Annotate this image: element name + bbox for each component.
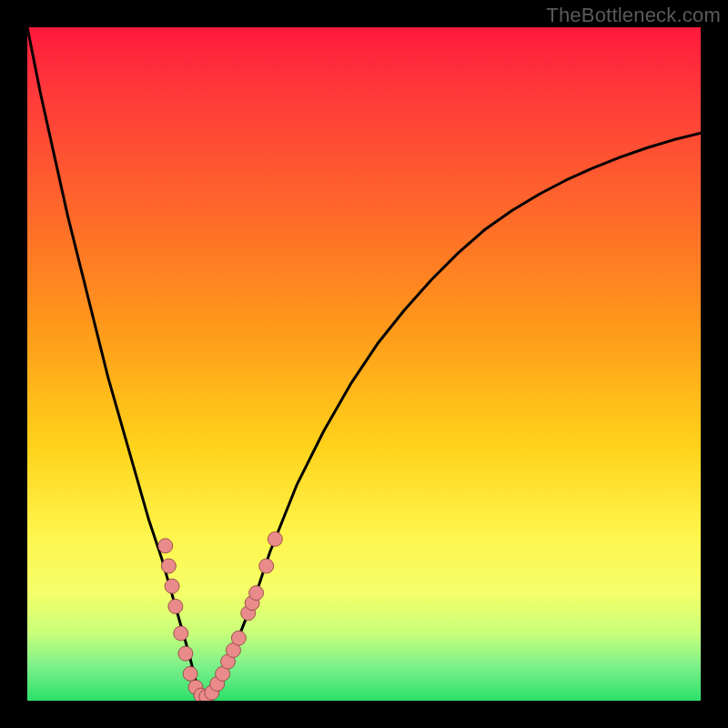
data-marker <box>268 531 282 546</box>
data-marker <box>174 626 188 641</box>
bottleneck-curve <box>27 27 701 697</box>
data-marker <box>183 666 197 681</box>
data-marker <box>158 539 173 553</box>
chart-svg <box>27 27 701 701</box>
data-marker <box>165 579 179 593</box>
data-marker <box>178 646 193 661</box>
data-marker <box>168 599 183 613</box>
data-marker <box>161 559 176 573</box>
data-marker <box>259 559 274 573</box>
chart-frame: TheBottleneck.com <box>0 0 728 728</box>
data-marker <box>231 631 246 645</box>
watermark-text: TheBottleneck.com <box>546 4 721 27</box>
data-marker <box>249 586 264 601</box>
data-markers <box>158 531 283 701</box>
plot-area <box>27 27 701 701</box>
